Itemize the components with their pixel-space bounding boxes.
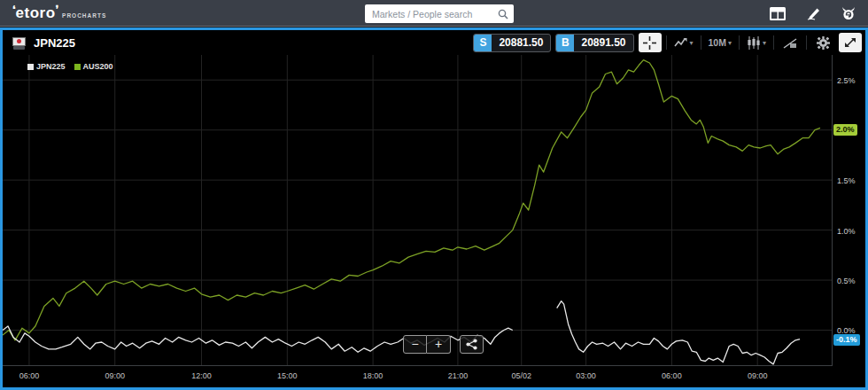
toolbar-divider xyxy=(773,35,774,50)
toolbar-divider xyxy=(739,35,740,50)
x-axis-label: 09:00 xyxy=(97,371,133,380)
edit-pencil-icon[interactable] xyxy=(804,5,822,21)
chart-legend: JPN225 AUS200 xyxy=(27,62,113,71)
y-axis-label: 1.0% xyxy=(837,227,856,236)
jpn225-last-price-badge: -0.1% xyxy=(833,334,860,346)
indicators-icon xyxy=(783,37,798,49)
expand-icon xyxy=(844,36,856,49)
chart-type-icon xyxy=(674,37,688,49)
sell-letter: S xyxy=(474,34,492,52)
japan-flag-icon xyxy=(12,36,27,50)
x-axis-label: 12:00 xyxy=(184,371,220,380)
x-axis-label: 15:00 xyxy=(269,371,305,380)
share-icon xyxy=(466,339,477,350)
x-axis-label: 18:00 xyxy=(355,371,391,380)
y-axis-label: 0.5% xyxy=(837,277,856,285)
x-axis-label: 09:00 xyxy=(740,371,775,380)
y-axis[interactable]: 2.0% -0.1% 2.5%1.5%1.0%0.5%0.0% xyxy=(833,55,865,365)
logo-horn-right: ❜ xyxy=(56,4,59,15)
chevron-down-icon: ▾ xyxy=(690,39,694,47)
zoom-controls: − + xyxy=(403,335,484,354)
logo-text: etoro xyxy=(16,4,56,22)
chart-toolbar: S 20881.50 B 20891.50 xyxy=(473,30,862,55)
series-line-aus200 xyxy=(3,60,820,340)
settings-button[interactable] xyxy=(811,33,834,52)
interval-label: 10M xyxy=(709,37,726,48)
toolbar-divider xyxy=(701,35,701,50)
zoom-in-button[interactable]: + xyxy=(427,335,451,354)
jpn225-swatch xyxy=(27,64,34,70)
legend-label: JPN225 xyxy=(36,62,66,71)
price-plot[interactable] xyxy=(3,55,833,365)
share-button[interactable] xyxy=(460,335,484,354)
crosshair-button[interactable] xyxy=(639,33,662,52)
top-bar-actions xyxy=(769,0,857,27)
y-axis-label: 0.0% xyxy=(837,326,856,335)
chart-type-button[interactable]: ▾ xyxy=(671,33,696,52)
gear-icon xyxy=(817,36,830,50)
y-axis-label: 1.5% xyxy=(837,176,856,185)
etoro-bull-icon[interactable] xyxy=(840,5,857,21)
legend-item-jpn225[interactable]: JPN225 xyxy=(27,62,66,71)
search-input[interactable] xyxy=(365,9,498,20)
expand-button[interactable] xyxy=(839,33,862,52)
top-bar: ❛etoro❜ PROCHARTS xyxy=(0,0,868,27)
series-line-jpn225 xyxy=(3,301,800,364)
toolbar-divider xyxy=(806,35,807,50)
x-axis-label: 06:00 xyxy=(12,371,47,380)
chart-header: JPN225 S 20881.50 B 20891.50 xyxy=(3,30,865,55)
aus200-last-price-badge: 2.0% xyxy=(833,124,857,136)
x-axis-label: 21:00 xyxy=(440,371,476,380)
sell-button[interactable]: S 20881.50 xyxy=(473,34,551,52)
sell-price: 20881.50 xyxy=(492,36,550,49)
x-axis[interactable]: 06:0009:0012:0015:0018:0021:0005/0203:00… xyxy=(3,365,833,387)
market-search[interactable] xyxy=(365,4,514,23)
y-axis-label: 2.5% xyxy=(837,76,856,85)
x-axis-label: 03:00 xyxy=(569,371,604,380)
buy-button[interactable]: B 20891.50 xyxy=(555,34,633,52)
search-icon[interactable] xyxy=(498,9,508,20)
candlestick-button[interactable]: ▾ xyxy=(744,33,769,52)
toolbar-divider xyxy=(666,35,667,50)
interval-dropdown[interactable]: 10M ▾ xyxy=(706,33,734,52)
zoom-out-button[interactable]: − xyxy=(403,335,427,354)
crosshair-icon xyxy=(643,36,656,50)
legend-item-aus200[interactable]: AUS200 xyxy=(74,62,113,71)
etoro-logo[interactable]: ❛etoro❜ PROCHARTS xyxy=(12,4,106,22)
chevron-down-icon: ▾ xyxy=(763,39,766,47)
widgets-layout-icon[interactable] xyxy=(769,5,787,21)
buy-letter: B xyxy=(556,34,574,52)
indicators-button[interactable] xyxy=(779,33,802,52)
chevron-down-icon: ▾ xyxy=(728,39,732,47)
candlestick-icon xyxy=(747,36,761,50)
instrument-title: JPN225 xyxy=(34,36,75,50)
x-axis-label: 06:00 xyxy=(654,371,689,380)
legend-label: AUS200 xyxy=(83,62,113,71)
chart-widget: JPN225 S 20881.50 B 20891.50 xyxy=(0,27,868,390)
logo-subtitle: PROCHARTS xyxy=(62,12,106,19)
buy-price: 20891.50 xyxy=(574,36,632,49)
aus200-swatch xyxy=(74,64,81,70)
chart-area[interactable]: JPN225 AUS200 2.0% -0.1% 2.5%1.5%1.0%0.5… xyxy=(3,55,865,387)
x-axis-label: 05/02 xyxy=(504,371,539,380)
